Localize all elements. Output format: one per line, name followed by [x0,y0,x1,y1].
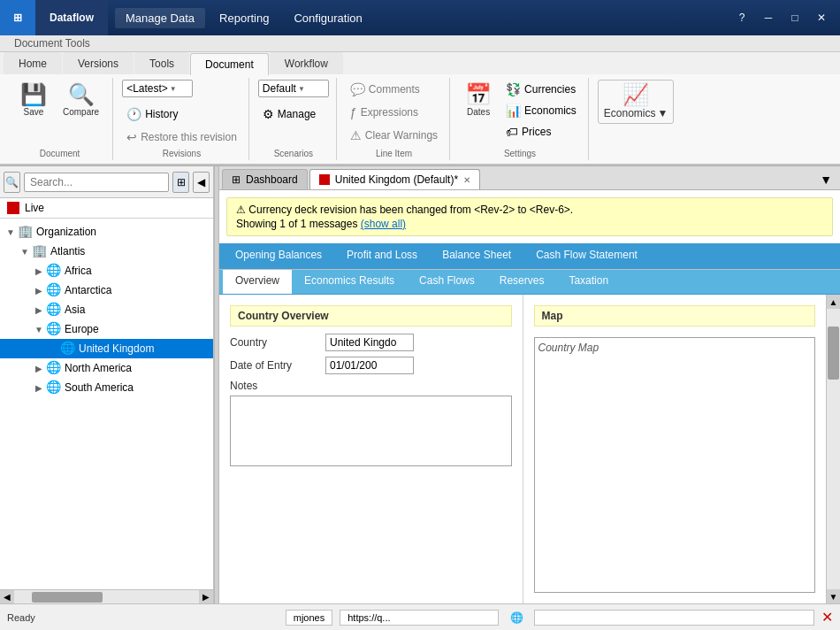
expand-icon[interactable]: ▶ [32,303,46,317]
comments-button[interactable]: 💬 Comments [346,80,424,99]
expand-icon[interactable]: ▼ [18,244,32,258]
currencies-button[interactable]: 💱 Currencies [501,80,581,99]
tree-item-antarctica[interactable]: ▶ 🌐 Antarctica [0,280,213,300]
search-icon-btn[interactable]: 🔍 [4,172,20,193]
notes-textarea[interactable] [230,396,512,466]
status-close-icon[interactable]: ✕ [821,609,833,626]
ribbon-tab-document[interactable]: Document [190,53,269,75]
economics-settings-button[interactable]: 📊 Economics [501,101,581,120]
expressions-button[interactable]: ƒ Expressions [346,103,423,122]
prices-button[interactable]: 🏷 Prices [501,122,581,142]
menu-configuration[interactable]: Configuration [283,8,372,28]
doc-tabs: ⊞ Dashboard United Kingdom (Default)* ✕ … [219,166,840,190]
close-button[interactable]: ✕ [810,9,833,27]
tree-area: ▼ 🏢 Organization ▼ 🏢 Atlantis ▶ 🌐 Africa [0,219,213,589]
app-body: Document Tools Home Versions Tools Docum… [0,35,840,630]
help-button[interactable]: ? [730,9,753,27]
h-scroll-track[interactable] [14,590,199,603]
expand-icon[interactable]: ▼ [4,225,18,239]
economics-dropdown-icon: ▼ [657,107,668,119]
expressions-icon: ƒ [350,105,357,119]
vertical-scrollbar[interactable]: ▲ ▼ [826,295,840,603]
tab-profit-and-loss[interactable]: Profit and Loss [334,243,430,269]
inner-tabs-row2: Overview Economics Results Cash Flows Re… [219,270,840,295]
antarctica-icon: 🌐 [46,282,62,298]
date-entry-value[interactable]: 01/01/200 [325,357,414,374]
filter-icon: ⊞ [177,176,186,188]
tab-dashboard[interactable]: ⊞ Dashboard [222,169,308,189]
form-wrapper: Country Overview Country United Kingdo D… [219,295,840,603]
tree-item-europe[interactable]: ▼ 🌐 Europe [0,319,213,339]
left-section-title: Country Overview [230,305,512,327]
minimize-button[interactable]: ─ [757,9,780,27]
save-button[interactable]: 💾 Save [14,80,53,121]
ribbon-group-economics: 📈 Economics ▼ [591,78,682,160]
menu-reporting[interactable]: Reporting [209,8,279,28]
tab-taxation[interactable]: Taxation [556,270,621,294]
tree-item-atlantis[interactable]: ▼ 🏢 Atlantis [0,242,213,261]
right-panel: ⊞ Dashboard United Kingdom (Default)* ✕ … [219,166,840,603]
tree-item-south-america[interactable]: ▶ 🌐 South America [0,378,213,397]
tab-cash-flows[interactable]: Cash Flows [407,270,487,294]
scroll-right-icon[interactable]: ▶ [199,590,213,604]
expand-icon[interactable]: ▼ [32,322,46,336]
economics-button[interactable]: 📈 Economics ▼ [598,80,675,124]
tab-economics-results[interactable]: Economics Results [292,270,407,294]
scroll-left-icon[interactable]: ◀ [0,590,14,604]
search-input[interactable] [24,173,169,192]
tab-overview[interactable]: Overview [223,270,292,294]
tab-opening-balances[interactable]: Opening Balances [223,243,334,269]
tab-reserves[interactable]: Reserves [487,270,557,294]
scroll-track[interactable] [827,309,840,589]
status-user: mjones [286,610,332,626]
app-name: Dataflow [35,0,108,35]
dates-button[interactable]: 📅 Dates [459,80,498,121]
revisions-dropdown[interactable]: <Latest> ▼ [122,80,193,97]
maximize-button[interactable]: □ [783,9,806,27]
tab-united-kingdom[interactable]: United Kingdom (Default)* ✕ [309,169,480,189]
nav-back-button[interactable]: ◀ [193,172,210,193]
expand-icon[interactable]: ▶ [32,264,46,278]
ribbon-tab-workflow[interactable]: Workflow [270,52,343,74]
panel-bottom-scrollbar[interactable]: ◀ ▶ [0,589,213,603]
tab-close-icon[interactable]: ✕ [463,175,470,185]
scroll-thumb[interactable] [828,327,839,380]
status-input[interactable] [534,610,814,626]
tree-item-africa[interactable]: ▶ 🌐 Africa [0,261,213,280]
ribbon-tab-home[interactable]: Home [4,52,62,74]
manage-button[interactable]: ⚙ Manage [258,104,320,124]
ribbon-tab-tools[interactable]: Tools [134,52,189,74]
expand-icon[interactable]: ▶ [32,361,46,375]
nav-filter-button[interactable]: ⊞ [172,172,189,193]
compare-icon: 🔍 [68,84,95,105]
tabs-dropdown-button[interactable]: ▼ [814,171,837,188]
compare-button[interactable]: 🔍 Compare [57,80,105,121]
expand-icon[interactable] [46,342,60,356]
menu-manage-data[interactable]: Manage Data [115,8,205,28]
show-all-link[interactable]: (show all) [361,218,406,230]
tree-item-organization[interactable]: ▼ 🏢 Organization [0,222,213,242]
history-button[interactable]: 🕐 History [122,104,182,124]
ribbon-tab-versions[interactable]: Versions [63,52,134,74]
uk-icon: 🌐 [60,341,76,357]
country-label: Country [230,336,318,349]
scroll-down-icon[interactable]: ▼ [827,589,841,603]
tree-label-asia: Asia [65,303,85,316]
tree-item-north-america[interactable]: ▶ 🌐 North America [0,358,213,378]
tree-item-asia[interactable]: ▶ 🌐 Asia [0,300,213,319]
expand-icon[interactable]: ▶ [32,283,46,297]
clear-warnings-button[interactable]: ⚠ Clear Warnings [346,126,442,145]
restore-icon: ↩ [126,130,137,144]
scenarios-dropdown[interactable]: Default ▼ [258,80,329,97]
form-left: Country Overview Country United Kingdo D… [219,295,523,603]
expand-icon[interactable]: ▶ [32,380,46,395]
tree-item-united-kingdom[interactable]: 🌐 United Kingdom [0,339,213,358]
h-scroll-thumb[interactable] [32,592,103,603]
content-area: ⚠ Currency deck revision has been change… [219,190,840,603]
africa-icon: 🌐 [46,263,62,279]
country-value[interactable]: United Kingdo [325,334,414,351]
scroll-up-icon[interactable]: ▲ [827,295,841,309]
tab-cash-flow-statement[interactable]: Cash Flow Statement [523,243,650,269]
tab-balance-sheet[interactable]: Balance Sheet [430,243,523,269]
restore-button[interactable]: ↩ Restore this revision [122,127,241,147]
